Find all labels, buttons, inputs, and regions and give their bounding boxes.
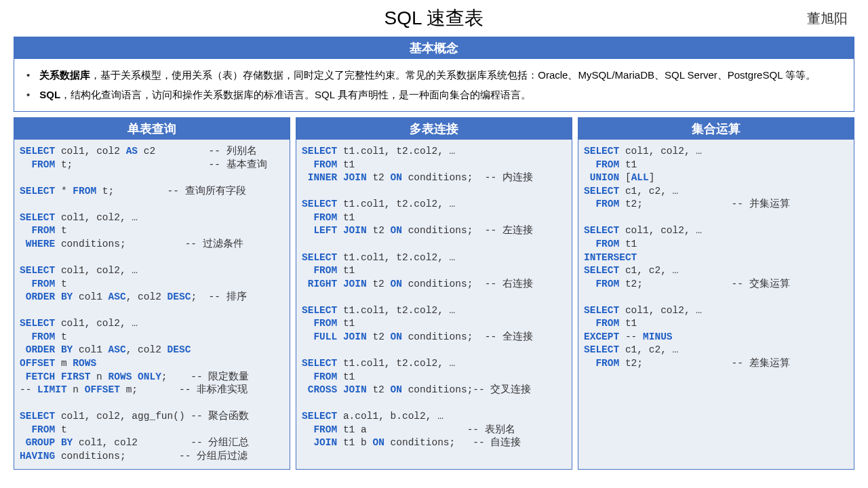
col2-header: 多表连接 bbox=[296, 118, 572, 140]
concept-text-sql: ，结构化查询语言，访问和操作关系数据库的标准语言。SQL 具有声明性，是一种面向… bbox=[60, 89, 531, 100]
concept-bold-rdb: 关系数据库 bbox=[39, 69, 90, 81]
col1-code: SELECT col1, col2 AS c2 -- 列别名 FROM t; -… bbox=[14, 140, 290, 469]
concept-text-rdb: ，基于关系模型，使用关系（表）存储数据，同时定义了完整性约束。常见的关系数据库系… bbox=[90, 69, 816, 81]
author-label: 董旭阳 bbox=[807, 9, 848, 28]
page-header: SQL 速查表 董旭阳 bbox=[14, 5, 854, 31]
col1-header: 单表查询 bbox=[14, 118, 290, 140]
col-set-ops: 集合运算 SELECT col1, col2, … FROM t1 UNION … bbox=[578, 117, 854, 470]
col-multi-join: 多表连接 SELECT t1.col1, t2.col2, … FROM t1 … bbox=[296, 117, 572, 470]
concept-item-rdb: 关系数据库，基于关系模型，使用关系（表）存储数据，同时定义了完整性约束。常见的关… bbox=[26, 66, 842, 85]
concepts-header: 基本概念 bbox=[14, 37, 854, 59]
concept-bold-sql: SQL bbox=[39, 89, 60, 100]
concepts-section: 基本概念 关系数据库，基于关系模型，使用关系（表）存储数据，同时定义了完整性约束… bbox=[14, 37, 854, 112]
concepts-body: 关系数据库，基于关系模型，使用关系（表）存储数据，同时定义了完整性约束。常见的关… bbox=[14, 59, 854, 111]
concept-item-sql: SQL，结构化查询语言，访问和操作关系数据库的标准语言。SQL 具有声明性，是一… bbox=[26, 85, 842, 105]
col3-header: 集合运算 bbox=[578, 118, 854, 140]
col2-code: SELECT t1.col1, t2.col2, … FROM t1 INNER… bbox=[296, 140, 572, 469]
col3-code: SELECT col1, col2, … FROM t1 UNION [ALL]… bbox=[578, 140, 854, 469]
page-title: SQL 速查表 bbox=[384, 5, 484, 31]
col-single-table: 单表查询 SELECT col1, col2 AS c2 -- 列别名 FROM… bbox=[14, 117, 290, 470]
columns-row: 单表查询 SELECT col1, col2 AS c2 -- 列别名 FROM… bbox=[14, 117, 854, 470]
